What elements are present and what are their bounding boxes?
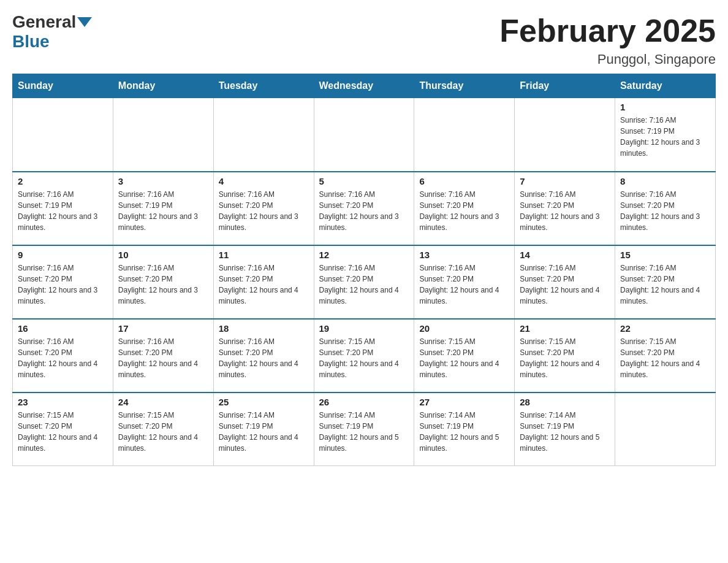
day-number: 22 [620,323,710,334]
day-info: Sunrise: 7:16 AMSunset: 7:20 PMDaylight:… [319,262,409,307]
day-number: 27 [419,397,509,407]
calendar-cell: 11Sunrise: 7:16 AMSunset: 7:20 PMDayligh… [213,245,314,319]
logo-arrow-icon [77,17,92,27]
calendar-cell: 14Sunrise: 7:16 AMSunset: 7:20 PMDayligh… [515,245,615,319]
day-info: Sunrise: 7:15 AMSunset: 7:20 PMDaylight:… [118,410,208,454]
calendar-cell: 1Sunrise: 7:16 AMSunset: 7:19 PMDaylight… [615,98,716,172]
day-info: Sunrise: 7:16 AMSunset: 7:20 PMDaylight:… [219,262,309,307]
weekday-header-wednesday: Wednesday [314,74,414,98]
day-number: 1 [620,102,710,112]
day-info: Sunrise: 7:14 AMSunset: 7:19 PMDaylight:… [520,410,610,454]
day-number: 15 [620,250,710,260]
week-row-1: 1Sunrise: 7:16 AMSunset: 7:19 PMDaylight… [13,98,716,172]
calendar-cell: 10Sunrise: 7:16 AMSunset: 7:20 PMDayligh… [113,245,213,319]
day-number: 23 [18,397,108,407]
calendar-cell [414,98,515,172]
calendar-cell: 4Sunrise: 7:16 AMSunset: 7:20 PMDaylight… [213,172,314,245]
logo: General Blue [12,12,93,52]
calendar-cell: 22Sunrise: 7:15 AMSunset: 7:20 PMDayligh… [615,319,716,393]
day-info: Sunrise: 7:16 AMSunset: 7:20 PMDaylight:… [18,336,108,380]
day-number: 26 [319,397,409,407]
calendar-cell: 28Sunrise: 7:14 AMSunset: 7:19 PMDayligh… [515,393,615,466]
calendar-cell: 20Sunrise: 7:15 AMSunset: 7:20 PMDayligh… [414,319,515,393]
day-info: Sunrise: 7:16 AMSunset: 7:20 PMDaylight:… [118,336,208,380]
day-info: Sunrise: 7:16 AMSunset: 7:20 PMDaylight:… [18,262,108,307]
day-info: Sunrise: 7:14 AMSunset: 7:19 PMDaylight:… [219,410,309,454]
day-info: Sunrise: 7:16 AMSunset: 7:20 PMDaylight:… [520,262,610,307]
day-number: 6 [419,176,509,186]
calendar-cell: 9Sunrise: 7:16 AMSunset: 7:20 PMDaylight… [13,245,113,319]
calendar-cell: 3Sunrise: 7:16 AMSunset: 7:19 PMDaylight… [113,172,213,245]
day-number: 21 [520,323,610,334]
day-number: 16 [18,323,108,334]
calendar-cell: 6Sunrise: 7:16 AMSunset: 7:20 PMDaylight… [414,172,515,245]
calendar-cell: 21Sunrise: 7:15 AMSunset: 7:20 PMDayligh… [515,319,615,393]
calendar-cell: 25Sunrise: 7:14 AMSunset: 7:19 PMDayligh… [213,393,314,466]
day-info: Sunrise: 7:16 AMSunset: 7:20 PMDaylight:… [419,189,509,233]
day-number: 24 [118,397,208,407]
day-info: Sunrise: 7:16 AMSunset: 7:19 PMDaylight:… [118,189,208,233]
day-number: 11 [219,250,309,260]
weekday-header-saturday: Saturday [615,74,716,98]
day-number: 5 [319,176,409,186]
weekday-header-sunday: Sunday [13,74,113,98]
weekday-header-thursday: Thursday [414,74,515,98]
calendar-cell: 17Sunrise: 7:16 AMSunset: 7:20 PMDayligh… [113,319,213,393]
day-info: Sunrise: 7:16 AMSunset: 7:20 PMDaylight:… [118,262,208,307]
week-row-5: 23Sunrise: 7:15 AMSunset: 7:20 PMDayligh… [13,393,716,466]
calendar-cell: 8Sunrise: 7:16 AMSunset: 7:20 PMDaylight… [615,172,716,245]
calendar-cell: 2Sunrise: 7:16 AMSunset: 7:19 PMDaylight… [13,172,113,245]
week-row-3: 9Sunrise: 7:16 AMSunset: 7:20 PMDaylight… [13,245,716,319]
calendar-cell [515,98,615,172]
day-info: Sunrise: 7:16 AMSunset: 7:20 PMDaylight:… [620,262,710,307]
calendar-cell: 13Sunrise: 7:16 AMSunset: 7:20 PMDayligh… [414,245,515,319]
day-number: 4 [219,176,309,186]
day-number: 7 [520,176,610,186]
calendar-cell: 12Sunrise: 7:16 AMSunset: 7:20 PMDayligh… [314,245,414,319]
day-number: 13 [419,250,509,260]
day-info: Sunrise: 7:15 AMSunset: 7:20 PMDaylight:… [520,336,610,380]
day-number: 8 [620,176,710,186]
day-info: Sunrise: 7:16 AMSunset: 7:20 PMDaylight:… [620,189,710,233]
calendar-cell: 24Sunrise: 7:15 AMSunset: 7:20 PMDayligh… [113,393,213,466]
day-number: 25 [219,397,309,407]
day-info: Sunrise: 7:16 AMSunset: 7:20 PMDaylight:… [219,189,309,233]
day-number: 9 [18,250,108,260]
logo-blue-text: Blue [12,32,50,51]
day-number: 18 [219,323,309,334]
calendar-cell [615,393,716,466]
calendar-cell: 23Sunrise: 7:15 AMSunset: 7:20 PMDayligh… [13,393,113,466]
week-row-4: 16Sunrise: 7:16 AMSunset: 7:20 PMDayligh… [13,319,716,393]
day-info: Sunrise: 7:16 AMSunset: 7:20 PMDaylight:… [419,262,509,307]
calendar-cell [113,98,213,172]
day-number: 14 [520,250,610,260]
calendar-cell: 7Sunrise: 7:16 AMSunset: 7:20 PMDaylight… [515,172,615,245]
calendar-cell: 15Sunrise: 7:16 AMSunset: 7:20 PMDayligh… [615,245,716,319]
calendar-cell: 5Sunrise: 7:16 AMSunset: 7:20 PMDaylight… [314,172,414,245]
day-info: Sunrise: 7:15 AMSunset: 7:20 PMDaylight:… [419,336,509,380]
weekday-header-friday: Friday [515,74,615,98]
day-number: 10 [118,250,208,260]
weekday-header-tuesday: Tuesday [213,74,314,98]
day-info: Sunrise: 7:15 AMSunset: 7:20 PMDaylight:… [620,336,710,380]
day-info: Sunrise: 7:16 AMSunset: 7:20 PMDaylight:… [219,336,309,380]
calendar-cell: 19Sunrise: 7:15 AMSunset: 7:20 PMDayligh… [314,319,414,393]
weekday-header-row: SundayMondayTuesdayWednesdayThursdayFrid… [13,74,716,98]
day-number: 20 [419,323,509,334]
month-title: February 2025 [499,12,716,49]
calendar-cell: 26Sunrise: 7:14 AMSunset: 7:19 PMDayligh… [314,393,414,466]
title-section: February 2025 Punggol, Singapore [499,12,716,67]
calendar-cell: 18Sunrise: 7:16 AMSunset: 7:20 PMDayligh… [213,319,314,393]
day-info: Sunrise: 7:15 AMSunset: 7:20 PMDaylight:… [319,336,409,380]
day-number: 19 [319,323,409,334]
day-info: Sunrise: 7:14 AMSunset: 7:19 PMDaylight:… [319,410,409,454]
day-number: 2 [18,176,108,186]
day-info: Sunrise: 7:16 AMSunset: 7:19 PMDaylight:… [620,115,710,159]
day-info: Sunrise: 7:16 AMSunset: 7:20 PMDaylight:… [319,189,409,233]
calendar-cell [314,98,414,172]
page-header: General Blue February 2025 Punggol, Sing… [12,12,716,67]
calendar-cell [213,98,314,172]
calendar-cell [13,98,113,172]
calendar-cell: 27Sunrise: 7:14 AMSunset: 7:19 PMDayligh… [414,393,515,466]
location: Punggol, Singapore [499,52,716,67]
